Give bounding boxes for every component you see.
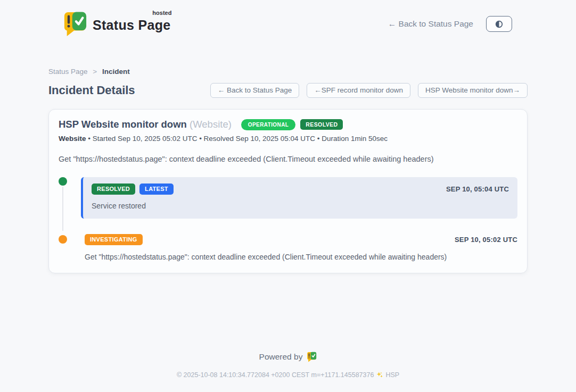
- header: hosted Status Page ← Back to Status Page: [0, 0, 576, 40]
- copyright-text: © 2025-10-08 14:10:34.772084 +0200 CEST …: [177, 371, 374, 379]
- next-incident-button[interactable]: HSP Website monitor down→: [418, 83, 528, 98]
- timeline-entry-head: INVESTIGATING SEP 10, 05:02 UTC: [85, 234, 517, 245]
- main-content: Status Page > Incident Incident Details …: [48, 40, 528, 273]
- sparkles-icon: [376, 371, 383, 379]
- back-to-status-page-link[interactable]: ← Back to Status Page: [388, 19, 473, 29]
- incident-title: HSP Website monitor down (Website): [59, 119, 232, 130]
- timeline-message: Service restored: [92, 202, 509, 210]
- incident-status-badges: OPERATIONAL RESOLVED: [241, 119, 343, 130]
- copyright-line: © 2025-10-08 14:10:34.772084 +0200 CEST …: [0, 371, 576, 379]
- investigating-badge: INVESTIGATING: [85, 234, 143, 245]
- timeline-dot-investigating: [59, 235, 67, 244]
- incident-card: HSP Website monitor down (Website) OPERA…: [48, 109, 528, 273]
- breadcrumb: Status Page > Incident: [48, 68, 528, 76]
- operational-badge: OPERATIONAL: [241, 119, 295, 130]
- header-actions: ← Back to Status Page: [388, 16, 512, 32]
- contrast-icon: [495, 20, 504, 29]
- brand-text: hosted Status Page: [93, 11, 170, 33]
- brand-logo-icon: [63, 11, 87, 37]
- powered-by-label: Powered by: [259, 352, 303, 362]
- timeline-timestamp: SEP 10, 05:04 UTC: [446, 185, 509, 193]
- timeline-entry-latest: RESOLVED LATEST SEP 10, 05:04 UTC Servic…: [81, 177, 517, 219]
- brand-name: Status Page: [93, 18, 170, 32]
- timeline-connector-line: [62, 187, 63, 231]
- copyright-brand: HSP: [385, 371, 399, 379]
- page-title: Incident Details: [48, 84, 135, 97]
- timeline-event-investigating: INVESTIGATING SEP 10, 05:02 UTC Get "htt…: [59, 233, 517, 261]
- resolved-badge: RESOLVED: [92, 184, 135, 195]
- breadcrumb-incident: Incident: [102, 68, 130, 76]
- incident-name: HSP Website monitor down: [59, 119, 187, 130]
- timeline-entry-head: RESOLVED LATEST SEP 10, 05:04 UTC: [92, 184, 509, 195]
- footer: Powered by © 2025-10-08 14:10:34.772084 …: [0, 352, 576, 392]
- breadcrumb-status-page[interactable]: Status Page: [48, 68, 88, 76]
- breadcrumb-separator: >: [93, 68, 97, 76]
- incident-timeline: RESOLVED LATEST SEP 10, 05:04 UTC Servic…: [59, 177, 517, 261]
- incident-description: Get "https://hostedstatus.page": context…: [59, 155, 517, 163]
- prev-incident-button[interactable]: ←SPF record monitor down: [307, 83, 410, 98]
- timeline-timestamp: SEP 10, 05:02 UTC: [455, 236, 517, 244]
- timeline-entry: INVESTIGATING SEP 10, 05:02 UTC Get "htt…: [81, 233, 517, 261]
- hsp-logo-icon[interactable]: [307, 352, 317, 362]
- title-row: Incident Details ← Back to Status Page ←…: [48, 83, 528, 98]
- resolved-badge: RESOLVED: [300, 119, 343, 130]
- incident-meta-details: • Started Sep 10, 2025 05:02 UTC • Resol…: [88, 135, 388, 143]
- timeline-message: Get "https://hostedstatus.page": context…: [85, 253, 517, 261]
- incident-meta: Website • Started Sep 10, 2025 05:02 UTC…: [59, 135, 517, 143]
- incident-title-row: HSP Website monitor down (Website) OPERA…: [59, 119, 517, 130]
- incident-service-suffix: (Website): [190, 119, 232, 130]
- latest-badge: LATEST: [139, 184, 174, 195]
- brand-superscript: hosted: [152, 10, 171, 16]
- timeline-event-resolved: RESOLVED LATEST SEP 10, 05:04 UTC Servic…: [59, 177, 517, 219]
- back-to-status-page-button[interactable]: ← Back to Status Page: [210, 83, 300, 98]
- incident-service-name: Website: [59, 135, 86, 143]
- powered-by: Powered by: [0, 352, 576, 362]
- incident-nav-buttons: ← Back to Status Page ←SPF record monito…: [210, 83, 528, 98]
- timeline-dot-resolved: [59, 177, 67, 186]
- brand-logo[interactable]: hosted Status Page: [63, 11, 170, 37]
- theme-toggle-button[interactable]: [486, 16, 512, 32]
- status-page-app: hosted Status Page ← Back to Status Page…: [0, 0, 576, 392]
